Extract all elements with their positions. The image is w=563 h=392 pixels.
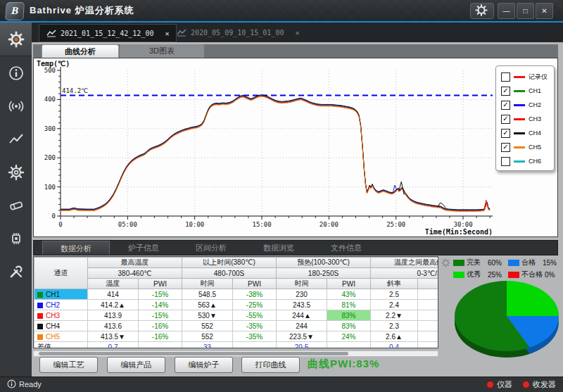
channel-cell[interactable]: CH2 (34, 300, 88, 310)
tab-curve-analysis[interactable]: 曲线分析 (42, 44, 119, 58)
transceiver-label: 收发器 (533, 379, 556, 390)
data-cell: 563▲ (182, 300, 233, 310)
channel-cell[interactable]: CH5 (34, 331, 88, 342)
series-CH5 (61, 96, 490, 211)
sidebar-item-signal[interactable] (0, 89, 32, 122)
chart-legend: 记录仪✓CH1✓CH2✓CH3✓CH4✓CH5CH6 (495, 65, 555, 171)
table-row-CH1: CH1414-15%548.5-38%23043%2.5 (34, 289, 439, 300)
titlebar-settings-button[interactable] (470, 3, 494, 19)
tab-data-analysis[interactable]: 数据分析 (42, 241, 110, 255)
column-header: 时间 (182, 279, 233, 289)
temperature-chart-panel: 005:0010:0015:0020:0025:0030:00010020030… (33, 58, 558, 237)
pie-category-pct: 15% (543, 259, 557, 267)
sidebar-item-info[interactable] (0, 56, 32, 89)
sidebar-item-curve[interactable] (0, 122, 32, 156)
view-tab-bar: 曲线分析 3D图表 (33, 44, 558, 58)
tab-interval-analysis[interactable]: 区间分析 (177, 241, 245, 255)
data-cell: 413.9 (88, 310, 139, 321)
chart-legend-item-CH3: ✓CH3 (501, 112, 554, 126)
data-cell: 414.2▲ (88, 300, 139, 310)
tab-3d-chart[interactable]: 3D图表 (120, 44, 204, 58)
data-cell (418, 300, 438, 310)
data-cell: 20.5 (277, 342, 327, 349)
edit-furnace-button[interactable]: 编辑炉子 (175, 357, 233, 373)
data-cell: 223.5▼ (277, 331, 327, 342)
channel-checkbox[interactable] (501, 157, 510, 166)
data-cell (327, 342, 371, 349)
data-cell (233, 342, 277, 349)
svg-text:10:00: 10:00 (185, 221, 204, 228)
instrument-status-dot (486, 381, 494, 388)
chart-legend-item-CH1: ✓CH1 (501, 84, 554, 98)
pie-category-pct: 60% (488, 259, 502, 267)
transceiver-status-dot (522, 381, 530, 388)
close-button[interactable]: ✕ (536, 3, 553, 19)
sidebar-item-settings[interactable] (0, 23, 32, 56)
tab-data-browse[interactable]: 数据浏览 (245, 241, 312, 255)
channel-checkbox[interactable]: ✓ (501, 115, 510, 124)
channel-checkbox[interactable] (501, 72, 510, 82)
column-group-title: 温度之间最高斜率(100 (371, 258, 438, 268)
close-tab-icon[interactable]: ✕ (165, 30, 169, 37)
info-icon (8, 65, 25, 82)
channel-label: 记录仪 (529, 72, 548, 82)
chip-icon (8, 230, 25, 247)
data-cell: 2.6▲ (371, 331, 418, 342)
y-axis-label: Temp(℃) (37, 60, 70, 68)
data-cell: 414 (88, 289, 139, 300)
pie-legend-item-优秀: 优秀25% (453, 270, 508, 279)
data-cell: -15% (139, 310, 182, 321)
chart-legend-item-CH2: ✓CH2 (501, 98, 554, 112)
channel-checkbox[interactable]: ✓ (501, 101, 510, 110)
data-cell: -55% (233, 310, 277, 321)
print-curve-button[interactable]: 打印曲线 (241, 357, 300, 373)
channel-data-table-wrap: 通道最高温度以上时间(380℃)预热(100-300℃)温度之间最高斜率(100… (33, 256, 438, 348)
channel-name: 差值 (37, 343, 51, 348)
pie-legend: 完美60%合格15%优秀25%不合格0% (453, 258, 560, 279)
channel-name: CH4 (46, 322, 60, 330)
signal-icon (8, 98, 25, 115)
data-cell: -15% (139, 289, 182, 300)
edit-process-button[interactable]: 编辑工艺 (39, 357, 98, 373)
app-logo-icon: B (5, 2, 25, 20)
sidebar-item-tools[interactable] (0, 255, 32, 288)
channel-cell[interactable]: CH1 (34, 289, 88, 300)
data-cell (418, 342, 438, 349)
sidebar-item-recorder[interactable] (0, 189, 32, 222)
edit-product-button[interactable]: 编辑产品 (107, 357, 165, 373)
close-tab-icon[interactable]: ✕ (295, 29, 299, 37)
data-cell: -16% (139, 321, 182, 331)
file-tab-1[interactable]: 2021_01_15_12_42_12_00 ✕ (39, 24, 177, 42)
data-cell: 33 (182, 342, 233, 349)
pie-legend-item-合格: 合格15% (508, 258, 560, 267)
tab-file-info[interactable]: 文件信息 (312, 241, 380, 255)
minimize-button[interactable]: — (498, 3, 515, 19)
channel-marker (37, 292, 43, 298)
pie-settings-icon[interactable] (441, 258, 450, 267)
sidebar-item-parameters[interactable] (0, 156, 32, 189)
status-bar: Ready 仪器 收发器 (0, 377, 563, 392)
channel-color-swatch (514, 160, 525, 163)
instrument-status[interactable]: 仪器 (486, 379, 512, 390)
data-cell: 2.3 (371, 321, 418, 331)
channel-cell[interactable]: CH3 (34, 310, 88, 321)
window-controls: — □ ✕ (498, 3, 553, 19)
file-tab-2[interactable]: 2020_05_09_10_15_01_00 ✕ (170, 24, 306, 41)
column-group-title: 预热(100-300℃) (277, 258, 371, 268)
channel-checkbox[interactable]: ✓ (501, 143, 510, 152)
analysis-tab-bar: 数据分析 炉子信息 区间分析 数据浏览 文件信息 (33, 240, 558, 255)
channel-checkbox[interactable]: ✓ (501, 87, 510, 96)
channel-checkbox[interactable]: ✓ (501, 129, 510, 138)
sidebar-item-chip[interactable] (0, 222, 32, 255)
maximize-button[interactable]: □ (517, 3, 534, 19)
transceiver-status[interactable]: 收发器 (522, 379, 556, 390)
column-group-range: 480-700S (182, 268, 277, 279)
channel-cell[interactable]: 差值 (34, 342, 88, 349)
table-horizontal-scrollbar[interactable] (33, 350, 438, 357)
channel-cell[interactable]: CH4 (34, 321, 88, 331)
series-CH1 (61, 96, 490, 210)
data-cell: 2.2▼ (371, 310, 418, 321)
tab-furnace-info[interactable]: 炉子信息 (110, 241, 177, 255)
scrollbar-thumb[interactable] (39, 352, 348, 355)
svg-text:15:00: 15:00 (252, 221, 271, 228)
